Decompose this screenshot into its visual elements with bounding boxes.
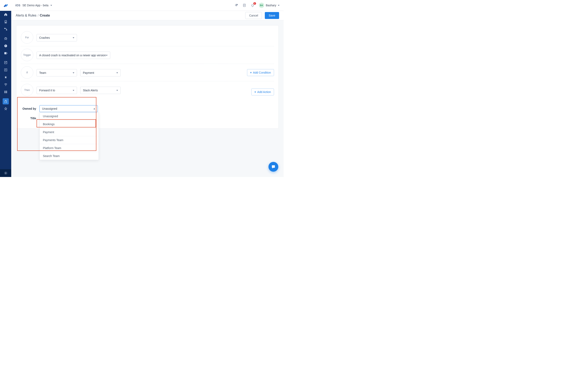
rule-builder-card: For Crashes Trigger A closed crash is re… [16,25,279,129]
page-header: Alerts & Rules / Create Cancel Save [11,11,284,20]
bell-icon[interactable]: 3 [251,3,254,7]
svg-rect-2 [4,28,5,29]
svg-point-17 [5,173,6,174]
chevron-down-icon[interactable] [51,5,52,6]
notification-badge: 3 [253,2,256,5]
rules-icon[interactable] [3,98,9,104]
chevron-down-icon [278,5,279,6]
avatar: BA [259,3,264,8]
svg-rect-6 [6,45,6,46]
rule-then-row: Then Forward it to Slack Alerts + Add Ac… [21,81,274,102]
chevron-down-icon [106,55,108,56]
then-pill: Then [21,84,33,96]
chat-launcher[interactable] [268,162,278,172]
snooze-icon[interactable] [0,50,11,57]
if-value-select[interactable]: Payment [80,69,121,76]
chevron-down-icon [73,72,74,73]
svg-point-4 [5,38,7,40]
sidebar [0,0,11,177]
chevron-down-icon [116,72,118,73]
user-menu[interactable]: BA Bashary [259,3,279,8]
owned-option-unassigned[interactable]: Unassigned [40,112,99,120]
rule-trigger-row: Trigger A closed crash is reactivated on… [21,46,274,64]
breadcrumb-separator: / [38,14,38,17]
breadcrumb: Alerts & Rules / Create [16,14,50,17]
integrations-icon[interactable] [0,88,11,96]
owned-by-row: Owned by Unassigned Unassigned Bookings … [21,105,274,112]
for-select[interactable]: Crashes [36,34,77,42]
rule-if-row: If Team Payment + Add Condition [21,64,274,81]
owned-by-select[interactable]: Unassigned [39,105,98,112]
owned-option-payment[interactable]: Payment [40,128,99,136]
owned-option-bookings[interactable]: Bookings [40,120,99,128]
then-value-select[interactable]: Slack Alerts [80,87,121,94]
battery-icon[interactable] [0,18,11,25]
owned-option-platform-team[interactable]: Platform Team [40,144,99,152]
app-ratings-icon[interactable] [0,74,11,81]
breadcrumb-parent[interactable]: Alerts & Rules [16,14,36,17]
platform-label: iOS [15,4,20,7]
chevron-down-icon [116,90,118,91]
owned-by-dropdown: Unassigned Bookings Payment Payments Tea… [39,112,99,160]
content-area: For Crashes Trigger A closed crash is re… [11,20,284,177]
wifi-icon[interactable] [0,81,11,88]
svg-rect-7 [6,47,6,47]
cancel-button[interactable]: Cancel [245,12,262,19]
chevron-up-icon [94,108,95,109]
title-label: Title [21,117,36,120]
topbar: iOS SE Demo App - beta 3 BA Bashary [11,0,284,11]
breadcrumb-current: Create [40,14,50,17]
sparkle-icon[interactable] [234,3,238,7]
owned-option-search-team[interactable]: Search Team [40,152,99,160]
svg-rect-16 [6,92,7,93]
add-condition-button[interactable]: + Add Condition [247,69,274,76]
svg-rect-14 [6,91,7,92]
debug-icon[interactable] [0,105,11,112]
svg-rect-13 [4,91,6,92]
add-action-button[interactable]: + Add Action [251,89,274,95]
if-pill: If [21,66,33,79]
app-selector[interactable]: SE Demo App - beta [22,4,49,7]
owned-by-label: Owned by [21,107,36,110]
owned-option-payments-team[interactable]: Payments Team [40,136,99,144]
download-icon[interactable] [0,66,11,74]
trigger-select[interactable]: A closed crash is reactivated on a newer… [36,52,110,59]
plus-icon: + [254,90,256,94]
notes-icon[interactable] [242,3,246,7]
svg-point-9 [6,53,7,54]
chevron-down-icon [73,90,74,91]
bug-icon[interactable] [0,35,11,42]
for-pill: For [21,31,33,44]
survey-icon[interactable] [0,59,11,66]
svg-rect-1 [5,22,6,23]
if-field-select[interactable]: Team [36,69,77,76]
svg-point-12 [6,86,6,86]
trigger-pill: Trigger [21,49,33,61]
plus-icon: + [250,71,252,74]
save-button[interactable]: Save [265,12,279,19]
chevron-down-icon [73,37,74,38]
then-field-select[interactable]: Forward it to [36,87,77,94]
flows-icon[interactable] [0,25,11,33]
user-name: Bashary [266,4,276,7]
app-logo [0,0,11,11]
rule-for-row: For Crashes [21,30,274,46]
alerts-icon[interactable] [0,42,11,50]
settings-icon[interactable] [0,169,11,177]
home-icon[interactable] [0,11,11,18]
svg-rect-15 [4,92,6,93]
